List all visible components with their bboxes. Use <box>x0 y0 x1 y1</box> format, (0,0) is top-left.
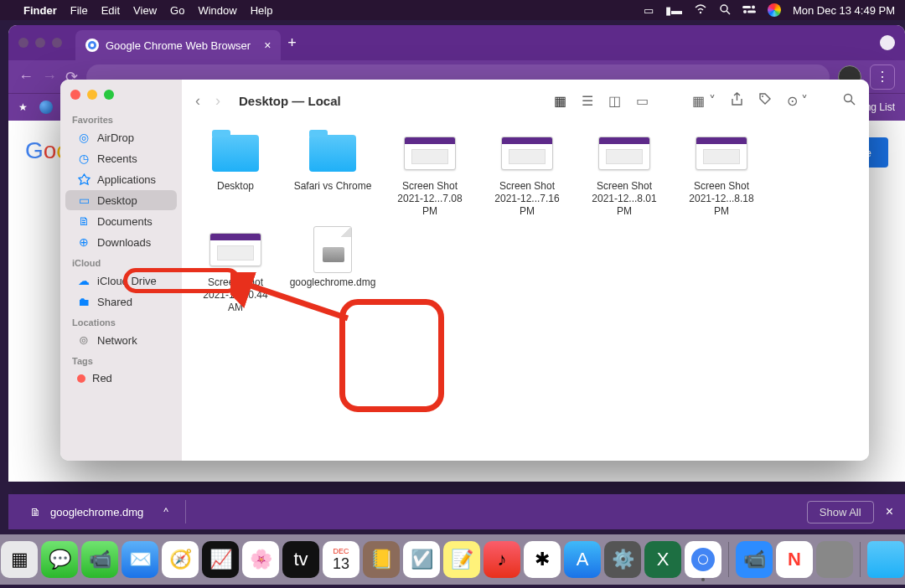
dock-tv[interactable]: tv <box>282 541 319 578</box>
menu-view[interactable]: View <box>133 4 157 17</box>
finder-forward-button[interactable]: › <box>215 92 220 110</box>
finder-minimize-button[interactable] <box>87 90 97 100</box>
dock-messages[interactable]: 💬 <box>41 541 78 578</box>
file-item-folder[interactable]: Desktop <box>195 130 276 218</box>
show-all-downloads-button[interactable]: Show All <box>807 501 874 524</box>
dock-news[interactable]: N <box>776 541 813 578</box>
dock-app[interactable] <box>816 541 853 578</box>
spotlight-icon[interactable] <box>719 3 731 18</box>
search-button[interactable] <box>843 93 856 109</box>
dock-excel[interactable]: X <box>644 541 681 578</box>
view-gallery-button[interactable]: ▭ <box>636 93 649 109</box>
file-item-screenshot[interactable]: Screen Shot 2021-12...0.44 AM <box>195 226 276 314</box>
menu-go[interactable]: Go <box>170 4 184 17</box>
svg-point-8 <box>90 44 94 47</box>
svg-point-5 <box>743 10 747 13</box>
dock-settings[interactable]: ⚙️ <box>604 541 641 578</box>
chrome-maximize-button[interactable] <box>52 38 62 48</box>
chrome-tab[interactable]: Google Chrome Web Browser × <box>75 30 281 60</box>
control-center-icon[interactable] <box>742 4 756 17</box>
file-item-dmg[interactable]: googlechrome.dmg <box>292 226 373 314</box>
chrome-menu-button[interactable]: ⋮ <box>870 64 895 90</box>
sidebar-item-downloads[interactable]: ⊕Downloads <box>65 232 177 252</box>
network-icon: ⊚ <box>77 333 90 347</box>
screenshot-icon <box>696 137 747 170</box>
dock-reminders[interactable]: ☑️ <box>403 541 440 578</box>
menu-file[interactable]: File <box>70 4 88 17</box>
dock-safari[interactable]: 🧭 <box>162 541 199 578</box>
download-bar-close-icon[interactable]: × <box>886 504 893 519</box>
bookmark-star-icon[interactable]: ★ <box>18 101 28 113</box>
action-button[interactable]: ⊙ ˅ <box>787 93 808 109</box>
finder-maximize-button[interactable] <box>104 90 114 100</box>
finder-content[interactable]: Desktop Safari vs Chrome Screen Shot 202… <box>182 121 869 461</box>
menubar-datetime[interactable]: Mon Dec 13 4:49 PM <box>793 4 895 17</box>
sidebar-item-recents[interactable]: ◷Recents <box>65 148 177 168</box>
finder-back-button[interactable]: ‹ <box>195 92 200 110</box>
tags-button[interactable] <box>758 92 772 109</box>
group-by-button[interactable]: ▦ ˅ <box>692 93 715 109</box>
tag-red-icon <box>77 374 85 383</box>
dock-contacts[interactable]: 📒 <box>363 541 400 578</box>
download-menu-caret-icon[interactable]: ^ <box>163 506 168 518</box>
share-button[interactable] <box>731 92 743 110</box>
dock-mail[interactable]: ✉️ <box>122 541 158 578</box>
menu-help[interactable]: Help <box>251 4 273 17</box>
screenshot-icon <box>209 233 261 266</box>
view-icon-button[interactable]: ▦ <box>554 93 566 109</box>
sidebar-section-tags: Tags <box>60 351 182 368</box>
sidebar-item-shared[interactable]: 🖿Shared <box>65 291 177 312</box>
menu-window[interactable]: Window <box>198 4 236 17</box>
menubar: Finder File Edit View Go Window Help ▭ ▮… <box>0 0 905 20</box>
wifi-icon[interactable] <box>694 4 707 17</box>
icloud-drive-icon: ☁ <box>77 274 90 287</box>
dock-stocks[interactable]: 📈 <box>202 541 239 578</box>
sidebar-item-icloud-drive[interactable]: ☁iCloud Drive <box>65 271 177 291</box>
dock-calendar[interactable]: DEC13 <box>323 541 359 578</box>
view-list-button[interactable]: ☰ <box>582 93 593 109</box>
chrome-tab-title: Google Chrome Web Browser <box>106 39 251 52</box>
screen-mirroring-icon[interactable]: ▭ <box>644 4 654 17</box>
file-item-folder[interactable]: Safari vs Chrome <box>292 130 373 218</box>
sidebar-item-network[interactable]: ⊚Network <box>65 330 177 350</box>
chrome-close-button[interactable] <box>18 38 28 48</box>
svg-point-16 <box>699 555 707 564</box>
file-item-screenshot[interactable]: Screen Shot 2021-12...8.01 PM <box>584 130 665 218</box>
file-item-screenshot[interactable]: Screen Shot 2021-12...7.08 PM <box>390 130 470 218</box>
siri-icon[interactable] <box>768 3 781 17</box>
dock-photos[interactable]: 🌸 <box>242 541 279 578</box>
download-item[interactable]: 🗎 googlechrome.dmg ^ <box>20 500 177 524</box>
dock-downloads-stack[interactable] <box>867 541 904 578</box>
bookmark-site-icon[interactable] <box>39 101 53 114</box>
sidebar-item-tag-red[interactable]: Red <box>65 369 177 388</box>
file-item-screenshot[interactable]: Screen Shot 2021-12...7.16 PM <box>487 130 567 218</box>
svg-point-4 <box>752 5 755 8</box>
menubar-app-name[interactable]: Finder <box>23 4 57 17</box>
menu-edit[interactable]: Edit <box>101 4 120 17</box>
dock-launchpad[interactable]: ▦ <box>1 541 38 578</box>
dock-notes[interactable]: 📝 <box>443 541 480 578</box>
finder-window: Favorites ◎AirDrop ◷Recents Applications… <box>60 80 869 461</box>
chrome-tab-close-icon[interactable]: × <box>264 39 271 52</box>
dock-facetime[interactable]: 📹 <box>81 541 118 578</box>
dock-music[interactable]: ♪ <box>484 541 520 578</box>
chrome-profile-indicator[interactable] <box>880 35 895 50</box>
chrome-minimize-button[interactable] <box>35 38 45 48</box>
finder-close-button[interactable] <box>70 90 80 100</box>
screenshot-icon <box>404 137 456 170</box>
sidebar-item-airdrop[interactable]: ◎AirDrop <box>65 127 177 147</box>
chrome-back-button[interactable]: ← <box>18 68 34 85</box>
dock-slack[interactable]: ✱ <box>524 541 561 578</box>
dock-appstore[interactable]: A <box>564 541 601 578</box>
battery-icon[interactable]: ▮▬ <box>665 4 682 17</box>
sidebar-item-desktop[interactable]: ▭Desktop <box>65 190 177 210</box>
dock-zoom[interactable]: 📹 <box>736 541 773 578</box>
sidebar-item-applications[interactable]: Applications <box>65 169 177 189</box>
chrome-forward-button[interactable]: → <box>42 68 57 85</box>
finder-main: ‹ › Desktop — Local ▦ ☰ ◫ ▭ ▦ ˅ ⊙ ˅ <box>182 80 869 461</box>
sidebar-item-documents[interactable]: 🗎Documents <box>65 211 177 231</box>
view-column-button[interactable]: ◫ <box>608 93 621 109</box>
file-item-screenshot[interactable]: Screen Shot 2021-12...8.18 PM <box>681 130 762 218</box>
dock-chrome[interactable] <box>685 541 721 578</box>
chrome-new-tab-button[interactable]: + <box>287 34 297 52</box>
